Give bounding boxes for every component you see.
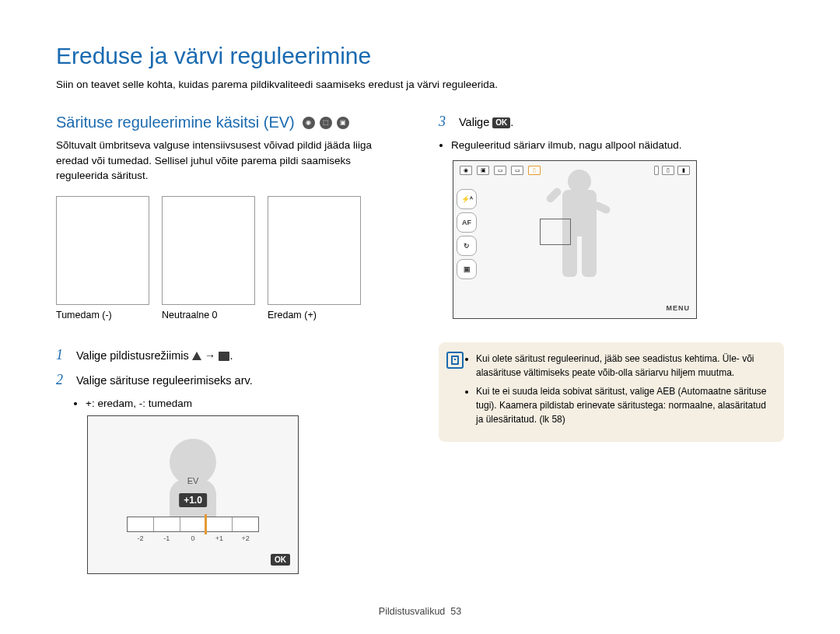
ev-scale: -2 -1 0 +1 +2 — [127, 517, 259, 532]
arrow-icon: → — [205, 349, 216, 362]
signal-icon — [654, 166, 659, 175]
step-3-bullet: Reguleeritud säriarv ilmub, nagu allpool… — [451, 139, 784, 151]
thumb-label-darker: Tumedam (-) — [56, 310, 149, 321]
exposure-thumbnails: Tumedam (-) Neutraalne 0 Eredam (+) — [56, 196, 389, 321]
intro-text: Siin on teavet selle kohta, kuidas parem… — [56, 79, 787, 90]
ev-tick-0: 0 — [191, 534, 194, 542]
ev-tick-p1: +1 — [215, 534, 223, 542]
section-heading: Särituse reguleerimine käsitsi (EV) ◉ ⬚ … — [56, 114, 389, 131]
steps-list: 1 Valige pildistusrežiimis → . 2 Valige … — [56, 347, 389, 575]
thumb-brighter: Eredam (+) — [268, 196, 361, 321]
camera-result-screen: ◉ ▣ ▭ ▭ ▯ ▯ ▮ ⚡ᴬ AF ↻ ▣ — [453, 160, 697, 319]
dual-mode-icon: ⬚ — [320, 117, 332, 129]
page-title: Ereduse ja värvi reguleerimine — [56, 43, 787, 69]
camera-mode-icon: ◉ — [303, 117, 315, 129]
page-footer: Pildistusvalikud 53 — [0, 606, 840, 617]
note-item-1: Kui olete säritust reguleerinud, jääb se… — [476, 352, 773, 380]
ev-indicator-icon: ▣ — [477, 166, 489, 175]
video-mode-icon: ▣ — [337, 117, 349, 129]
thumb-image-brighter — [268, 196, 361, 305]
grid-icon: ▣ — [457, 259, 477, 279]
ev-scale-marker — [205, 514, 207, 534]
step-number-1: 1 — [56, 347, 67, 363]
step-3-prefix: Valige — [459, 116, 489, 128]
flash-auto-icon: ⚡ᴬ — [457, 189, 477, 209]
note-box: Kui olete säritust reguleerinud, jääb se… — [439, 342, 784, 442]
step-number-2: 2 — [56, 372, 67, 388]
step-1-text: Valige pildistusrežiimis → . — [76, 348, 389, 365]
step-3-text: Valige OK. — [459, 114, 784, 131]
thumb-label-brighter: Eredam (+) — [268, 310, 361, 321]
ev-tick-p2: +2 — [241, 534, 249, 542]
step-2: 2 Valige särituse reguleerimiseks arv. — [56, 372, 389, 390]
ok-icon: OK — [492, 117, 510, 128]
thumb-neutral: Neutraalne 0 — [162, 196, 255, 321]
thumb-darker: Tumedam (-) — [56, 196, 149, 321]
thumb-image-neutral — [162, 196, 255, 305]
size-indicator-icon: ▭ — [511, 166, 523, 175]
section-description: Sõltuvalt ümbritseva valguse intensiivsu… — [56, 138, 389, 184]
note-list: Kui olete säritust reguleerinud, jääb se… — [476, 352, 773, 426]
step-2-text: Valige särituse reguleerimiseks arv. — [76, 373, 389, 390]
step-2-detail: +: eredam, -: tumedam — [86, 398, 389, 409]
step-1: 1 Valige pildistusrežiimis → . — [56, 347, 389, 365]
timer-indicator-icon: ▭ — [494, 166, 506, 175]
card-icon: ▯ — [662, 166, 674, 175]
footer-page-number: 53 — [450, 606, 461, 617]
ev-label: EV — [187, 476, 199, 485]
mode-indicator-icon: ◉ — [460, 166, 472, 175]
note-icon — [446, 352, 464, 369]
thumb-image-darker — [56, 196, 149, 305]
step-3: 3 Valige OK. — [439, 114, 784, 131]
step-1-label: Valige pildistusrežiimis — [76, 349, 189, 362]
note-item-2: Kui te ei suuda leida sobivat säritust, … — [476, 384, 773, 426]
ev-adjustment-screen: EV +1.0 -2 -1 0 +1 +2 OK — [87, 415, 299, 574]
camera-left-icons: ⚡ᴬ AF ↻ ▣ — [457, 189, 477, 279]
step-3-detail: Reguleeritud säriarv ilmub, nagu allpool… — [451, 139, 784, 151]
camera-top-left-icons: ◉ ▣ ▭ ▭ ▯ — [460, 166, 541, 175]
page-content: Ereduse ja värvi reguleerimine Siin on t… — [0, 0, 840, 574]
drive-indicator-icon: ▯ — [528, 166, 541, 175]
af-icon: AF — [457, 212, 477, 233]
mode-icons: ◉ ⬚ ▣ — [303, 117, 349, 129]
battery-icon: ▮ — [677, 166, 690, 175]
footer-section-name: Pildistusvalikud — [379, 606, 445, 617]
ev-menu-icon — [219, 352, 229, 361]
step-number-3: 3 — [439, 114, 450, 130]
up-triangle-icon — [192, 352, 201, 360]
left-column: Särituse reguleerimine käsitsi (EV) ◉ ⬚ … — [56, 114, 389, 574]
ev-tick-m1: -1 — [163, 534, 170, 542]
two-column-layout: Särituse reguleerimine käsitsi (EV) ◉ ⬚ … — [56, 114, 787, 574]
step-2-bullet: +: eredam, -: tumedam — [86, 398, 389, 409]
thumb-label-neutral: Neutraalne 0 — [162, 310, 255, 321]
menu-label: MENU — [667, 304, 691, 312]
ev-value: +1.0 — [179, 493, 207, 507]
rotate-icon: ↻ — [457, 236, 477, 256]
right-column: 3 Valige OK. Reguleeritud säriarv ilmub,… — [439, 114, 784, 574]
camera-top-right-icons: ▯ ▮ — [654, 166, 690, 175]
ev-ok-button: OK — [271, 554, 290, 566]
focus-frame-icon — [540, 219, 571, 245]
section-title-text: Särituse reguleerimine käsitsi (EV) — [56, 114, 295, 131]
ev-tick-m2: -2 — [137, 534, 143, 542]
